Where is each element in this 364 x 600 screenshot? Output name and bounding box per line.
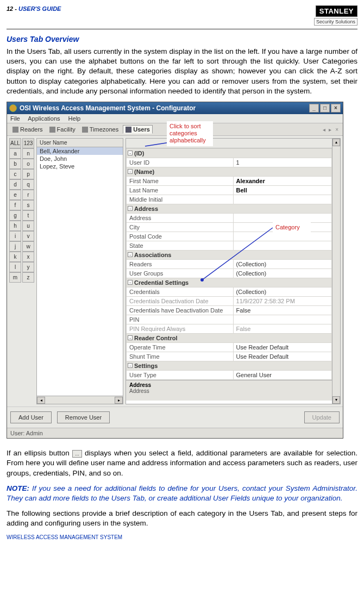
collapse-icon[interactable]: -	[128, 335, 133, 340]
minimize-button[interactable]: _	[309, 104, 319, 112]
scroll-right-icon[interactable]: ▸	[115, 397, 123, 404]
collapse-icon[interactable]: -	[128, 252, 133, 257]
timezones-icon	[82, 127, 88, 133]
alpha-button-o[interactable]: o	[22, 159, 34, 169]
property-key: City	[127, 223, 234, 232]
menu-applications[interactable]: Applications	[28, 115, 60, 122]
remove-user-button[interactable]: Remove User	[57, 411, 110, 423]
alpha-button-a[interactable]: a	[9, 148, 21, 159]
alpha-button-n[interactable]: n	[22, 148, 34, 159]
property-category[interactable]: -Settings	[127, 361, 332, 371]
alpha-button-g[interactable]: g	[9, 210, 21, 221]
category-label: Reader Control	[134, 335, 177, 341]
menubar[interactable]: File Applications Help	[7, 114, 343, 123]
alpha-button-w[interactable]: w	[22, 241, 34, 252]
collapse-icon[interactable]: -	[128, 363, 133, 368]
alpha-button-m[interactable]: m	[9, 272, 21, 283]
alpha-123-button[interactable]: 123	[22, 138, 34, 148]
category-label: (Name)	[134, 168, 154, 175]
window-controls[interactable]: _□×	[308, 104, 341, 112]
property-category[interactable]: -Address	[127, 204, 332, 214]
alpha-button-z[interactable]: z	[22, 272, 34, 283]
property-key: Last Name	[127, 186, 234, 195]
tab-readers[interactable]: Readers	[10, 126, 45, 133]
property-value[interactable]: False	[233, 306, 331, 315]
menu-file[interactable]: File	[10, 115, 20, 122]
alpha-button-b[interactable]: b	[9, 159, 21, 169]
property-value[interactable]: False	[233, 324, 331, 334]
alpha-button-l[interactable]: l	[9, 262, 21, 272]
alpha-button-c[interactable]: c	[9, 169, 21, 179]
property-value[interactable]	[233, 241, 331, 251]
alpha-button-f[interactable]: f	[9, 200, 21, 210]
property-value[interactable]: (Collection)	[233, 269, 331, 278]
update-button[interactable]: Update	[304, 411, 340, 423]
horizontal-scrollbar[interactable]: ◂▸	[37, 396, 123, 404]
alpha-button-k[interactable]: k	[9, 252, 21, 262]
property-value[interactable]: (Collection)	[233, 260, 331, 269]
vertical-scrollbar[interactable]: ▴▾	[332, 138, 341, 404]
collapse-icon[interactable]: -	[128, 151, 133, 155]
tab-users[interactable]: Users	[123, 125, 153, 134]
userlist-header[interactable]: User Name	[37, 139, 123, 147]
tab-facility[interactable]: Facility	[47, 126, 78, 133]
logo-main: STANLEY	[316, 5, 357, 17]
alpha-button-e[interactable]: e	[9, 190, 21, 200]
alpha-button-v[interactable]: v	[22, 231, 34, 241]
user-list-item[interactable]: Doe, John	[37, 155, 123, 162]
property-value[interactable]	[233, 223, 331, 232]
alpha-button-p[interactable]: p	[22, 169, 34, 179]
property-value[interactable]: Alexander	[233, 177, 331, 186]
property-grid[interactable]: -(ID)User ID1-(Name)First NameAlexanderL…	[125, 138, 332, 404]
alpha-all-button[interactable]: ALL	[9, 138, 21, 148]
property-value[interactable]: (Collection)	[233, 288, 331, 297]
property-category[interactable]: -Reader Control	[127, 334, 332, 343]
property-value[interactable]: 11/9/2207 2:58:32 PM	[233, 297, 331, 306]
tab-timezones[interactable]: Timezones	[80, 126, 121, 133]
alpha-button-d[interactable]: d	[9, 179, 21, 190]
alpha-filter: ALL abcdefghijklm 123 nopqrstuvwxyz	[9, 138, 34, 404]
property-value[interactable]: Use Reader Default	[233, 343, 331, 352]
app-icon	[9, 104, 17, 112]
collapse-icon[interactable]: -	[128, 206, 133, 211]
alpha-button-s[interactable]: s	[22, 200, 34, 210]
property-category[interactable]: -(Name)	[127, 167, 332, 177]
alpha-button-x[interactable]: x	[22, 252, 34, 262]
user-list-item[interactable]: Lopez, Steve	[37, 162, 123, 170]
add-user-button[interactable]: Add User	[10, 411, 52, 423]
alpha-button-i[interactable]: i	[9, 231, 21, 241]
user-list-item[interactable]: Bell, Alexander	[37, 147, 123, 155]
alpha-button-q[interactable]: q	[22, 179, 34, 190]
property-key: User Groups	[127, 269, 234, 278]
property-value[interactable]	[233, 315, 331, 324]
collapse-icon[interactable]: -	[128, 280, 133, 285]
tab-nav-controls[interactable]: ◂ ▸ ×	[323, 127, 340, 133]
propgrid-description: Address Address	[126, 380, 332, 401]
property-value[interactable]	[233, 232, 331, 241]
property-category[interactable]: -Credential Settings	[127, 278, 332, 288]
alpha-button-h[interactable]: h	[9, 221, 21, 231]
scroll-left-icon[interactable]: ◂	[37, 397, 45, 404]
close-button[interactable]: ×	[331, 104, 341, 112]
property-category[interactable]: -(ID)	[127, 149, 332, 158]
propgrid-toolbar[interactable]	[126, 139, 332, 148]
property-value[interactable]: Bell	[233, 186, 331, 195]
property-value[interactable]	[233, 195, 331, 204]
scroll-down-icon[interactable]: ▾	[332, 396, 340, 404]
alpha-button-r[interactable]: r	[22, 190, 34, 200]
property-value[interactable]: Use Reader Default	[233, 352, 331, 361]
property-value[interactable]: General User	[233, 371, 331, 380]
alpha-button-y[interactable]: y	[22, 262, 34, 272]
maximize-button[interactable]: □	[320, 104, 330, 112]
property-value[interactable]	[233, 214, 331, 223]
user-list[interactable]: User Name Bell, AlexanderDoe, JohnLopez,…	[36, 138, 123, 404]
collapse-icon[interactable]: -	[128, 169, 133, 174]
alpha-button-t[interactable]: t	[22, 210, 34, 221]
property-value[interactable]: 1	[233, 158, 331, 167]
alpha-button-u[interactable]: u	[22, 221, 34, 231]
scroll-up-icon[interactable]: ▴	[332, 139, 340, 146]
button-row: Add User Remove User Update	[7, 407, 343, 428]
menu-help[interactable]: Help	[68, 115, 81, 122]
property-category[interactable]: -Associations	[127, 251, 332, 260]
alpha-button-j[interactable]: j	[9, 241, 21, 252]
